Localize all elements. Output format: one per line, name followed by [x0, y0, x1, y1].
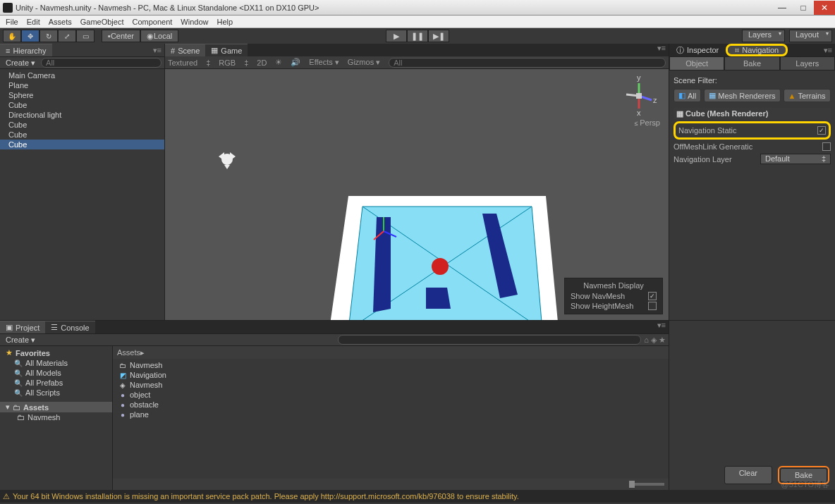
- panel-menu-icon[interactable]: ▾≡: [657, 321, 666, 333]
- 2d-toggle[interactable]: 2D: [257, 59, 267, 67]
- nav-static-checkbox[interactable]: ✓: [817, 126, 826, 135]
- navigation-footer: Clear Bake: [669, 321, 835, 490]
- pause-button[interactable]: ❚❚: [407, 30, 428, 42]
- project-tab[interactable]: ▣ Project: [0, 321, 45, 333]
- main-toolbar: ✋ ✥ ↻ ⤢ ▭ ▪ Center ◉ Local ▶ ❚❚ ▶❚ Layer…: [0, 28, 835, 44]
- asset-item[interactable]: ●object: [117, 390, 664, 400]
- effects-dropdown[interactable]: Effects ▾: [309, 58, 339, 67]
- nav-layer-dropdown[interactable]: Default ‡: [760, 154, 831, 164]
- asset-item[interactable]: 🗀Navmesh: [117, 360, 664, 370]
- close-button[interactable]: ✕: [814, 1, 835, 15]
- hierarchy-search-input[interactable]: [41, 58, 161, 68]
- scene-tab[interactable]: # Scene: [165, 44, 205, 56]
- asset-item[interactable]: ◩Navigation: [117, 370, 664, 380]
- assets-folder[interactable]: 🗀Navmesh: [0, 412, 112, 422]
- hierarchy-item[interactable]: Cube: [0, 130, 164, 140]
- hierarchy-item[interactable]: Main Camera: [0, 70, 164, 80]
- unity-logo-icon: [3, 3, 13, 13]
- favorite-item[interactable]: 🔍All Scripts: [0, 388, 112, 398]
- filter-terrains-button[interactable]: ▲Terrains: [784, 89, 831, 102]
- search-filter-icon[interactable]: ⌂ ◈ ★: [644, 336, 666, 345]
- favorite-item[interactable]: 🔍All Materials: [0, 358, 112, 368]
- inspector-tab[interactable]: ⓘ Inspector: [669, 44, 726, 56]
- material-icon: ●: [118, 391, 127, 399]
- project-search-input[interactable]: [338, 335, 642, 345]
- hierarchy-item[interactable]: Plane: [0, 80, 164, 90]
- asset-item[interactable]: ◈Navmesh: [117, 380, 664, 390]
- scale-tool[interactable]: ⤢: [58, 30, 76, 42]
- menu-assets[interactable]: Assets: [49, 18, 72, 26]
- asset-item[interactable]: ●obstacle: [117, 400, 664, 410]
- scene-panel: # Scene ▦ Game ▾≡ Textured ‡ RGB ‡ 2D ☀ …: [165, 44, 669, 320]
- panel-menu-icon[interactable]: ▾≡: [657, 44, 666, 56]
- console-tab[interactable]: ☰ Console: [45, 321, 95, 333]
- offmesh-checkbox[interactable]: [822, 142, 831, 151]
- show-navmesh-checkbox[interactable]: ✓: [648, 292, 657, 300]
- favorite-item[interactable]: 🔍All Prefabs: [0, 378, 112, 388]
- audio-toggle-icon[interactable]: 🔊: [291, 58, 300, 67]
- folder-icon: 🗀: [13, 403, 20, 412]
- rect-tool[interactable]: ▭: [76, 30, 95, 42]
- layers-dropdown[interactable]: Layers: [742, 30, 785, 42]
- filter-all-button[interactable]: ◧All: [674, 89, 701, 102]
- component-header[interactable]: ▦ Cube (Mesh Renderer): [674, 108, 831, 120]
- menu-help[interactable]: Help: [217, 18, 233, 26]
- hierarchy-item-selected[interactable]: Cube: [0, 140, 164, 149]
- game-tab[interactable]: ▦ Game: [205, 44, 248, 56]
- panel-menu-icon[interactable]: ▾≡: [153, 46, 161, 55]
- navigation-panel: ⓘ Inspector ⌗ Navigation ▾≡ Object Bake …: [669, 44, 835, 320]
- axis-gizmo[interactable]: y z x: [618, 75, 660, 117]
- hierarchy-item[interactable]: Cube: [0, 120, 164, 130]
- move-tool[interactable]: ✥: [21, 30, 39, 42]
- hierarchy-item[interactable]: Sphere: [0, 90, 164, 100]
- hand-tool[interactable]: ✋: [3, 30, 21, 42]
- filter-mesh-button[interactable]: ▦Mesh Renderers: [704, 89, 780, 102]
- show-heightmesh-checkbox[interactable]: [648, 302, 657, 310]
- panel-menu-icon[interactable]: ▾≡: [824, 46, 832, 55]
- search-icon: 🔍: [14, 359, 23, 367]
- shading-mode[interactable]: Textured: [168, 59, 197, 67]
- assets-root[interactable]: ▾ 🗀Assets: [0, 402, 112, 412]
- favorite-item[interactable]: 🔍All Models: [0, 368, 112, 378]
- clear-button[interactable]: Clear: [724, 466, 772, 484]
- color-mode[interactable]: RGB: [219, 59, 236, 67]
- material-icon: ●: [118, 400, 127, 409]
- pivot-center-button[interactable]: ▪ Center: [102, 30, 140, 42]
- nav-bake-subtab[interactable]: Bake: [724, 56, 779, 70]
- menu-edit[interactable]: Edit: [27, 18, 40, 26]
- navigation-tab[interactable]: ⌗ Navigation: [726, 44, 788, 56]
- status-message[interactable]: Your 64 bit Windows installation is miss…: [13, 492, 519, 500]
- maximize-button[interactable]: □: [793, 1, 814, 15]
- layout-dropdown[interactable]: Layout: [789, 30, 832, 42]
- gizmos-dropdown[interactable]: Gizmos ▾: [348, 58, 380, 67]
- svg-marker-13: [230, 152, 236, 161]
- hierarchy-item[interactable]: Cube: [0, 100, 164, 110]
- navmesh-display-title: Navmesh Display: [571, 281, 657, 291]
- nav-layers-subtab[interactable]: Layers: [780, 56, 835, 70]
- slider-track[interactable]: [629, 483, 664, 486]
- minimize-button[interactable]: ―: [772, 1, 793, 15]
- svg-marker-12: [219, 152, 224, 161]
- favorites-header[interactable]: ★Favorites: [0, 348, 112, 358]
- asset-item[interactable]: ●plane: [117, 410, 664, 419]
- assets-panel: Assets ▸ 🗀Navmesh ◩Navigation ◈Navmesh ●…: [113, 346, 669, 490]
- window-title: Unity - Navmesh.unity - Navmesh - PC, Ma…: [16, 4, 319, 12]
- assets-breadcrumb[interactable]: Assets ▸: [113, 346, 669, 359]
- scene-viewport[interactable]: y z x ≤ Persp Navmesh Display Show NavMe…: [165, 69, 669, 320]
- hierarchy-create-button[interactable]: Create ▾: [3, 59, 38, 68]
- nav-object-subtab[interactable]: Object: [669, 56, 724, 70]
- project-create-button[interactable]: Create ▾: [3, 336, 38, 345]
- menu-component[interactable]: Component: [132, 18, 172, 26]
- menu-file[interactable]: File: [6, 18, 18, 26]
- rotate-tool[interactable]: ↻: [39, 30, 58, 42]
- menu-gameobject[interactable]: GameObject: [80, 18, 124, 26]
- perspective-label[interactable]: ≤ Persp: [635, 118, 660, 127]
- play-button[interactable]: ▶: [386, 30, 407, 42]
- menu-window[interactable]: Window: [181, 18, 208, 26]
- hierarchy-item[interactable]: Directional light: [0, 110, 164, 120]
- hierarchy-tab[interactable]: ≡ Hierarchy: [0, 44, 52, 56]
- scene-search-input[interactable]: [389, 58, 666, 68]
- step-button[interactable]: ▶❚: [428, 30, 449, 42]
- pivot-local-button[interactable]: ◉ Local: [140, 30, 178, 42]
- light-toggle-icon[interactable]: ☀: [275, 58, 282, 67]
